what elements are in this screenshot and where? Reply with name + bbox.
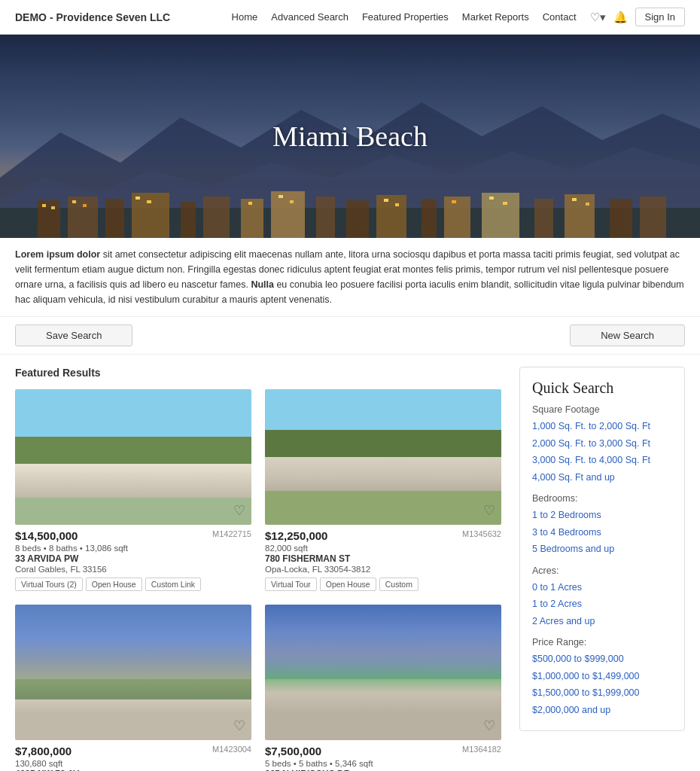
svg-rect-18 [565,194,595,238]
qs-link-price-4[interactable]: $2,000,000 and up [532,702,672,719]
svg-rect-33 [489,197,494,200]
qs-link-bed-3[interactable]: 5 Bedrooms and up [532,541,672,558]
listing-photo-3 [15,605,251,740]
svg-rect-13 [376,195,406,238]
listing-price: $7,500,000 [265,745,321,757]
svg-rect-25 [135,197,140,200]
listing-grid: ♡ $14,500,000 M1422715 8 beds • 8 baths … [15,389,501,771]
listing-address: 780 FISHERMAN ST [265,553,501,564]
favorites-icon[interactable]: ♡▾ [590,11,606,24]
listing-tag-custom-link[interactable]: Custom Link [145,577,201,591]
listing-favorite-4[interactable]: ♡ [483,718,495,734]
qs-link-sqft-2[interactable]: 2,000 Sq. Ft. to 3,000 Sq. Ft [532,435,672,453]
svg-rect-7 [181,202,196,238]
qs-label-bedrooms: Bedrooms: [532,493,672,504]
featured-results-title: Featured Results [15,367,501,379]
listing-address: 33 ARVIDA PW [15,553,251,564]
new-search-button[interactable]: New Search [570,325,685,346]
nav-advanced-search[interactable]: Advanced Search [271,11,348,23]
notifications-icon[interactable]: 🔔 [613,11,628,24]
svg-rect-12 [346,200,369,238]
nav-market-reports[interactable]: Market Reports [462,11,529,23]
qs-link-sqft-3[interactable]: 3,000 Sq. Ft. to 4,000 Sq. Ft [532,452,672,469]
listing-details: 5 beds • 5 baths • 5,346 sqft [265,759,501,768]
listing-price: $14,500,000 [15,529,78,542]
qs-link-price-1[interactable]: $500,000 to $999,000 [532,651,672,668]
listing-tags: Virtual Tours (2) Open House Custom Link [15,577,251,591]
qs-link-acres-2[interactable]: 1 to 2 Acres [532,596,672,613]
nav-home[interactable]: Home [232,11,258,23]
svg-rect-30 [384,199,388,202]
listing-tag-open-house[interactable]: Open House [86,577,142,591]
qs-link-sqft-4[interactable]: 4,000 Sq. Ft and up [532,469,672,486]
svg-rect-17 [534,199,553,238]
listing-image: ♡ [15,605,251,740]
description-bold2: Nulla [251,279,274,290]
sidebar: Quick Search Square Footage 1,000 Sq. Ft… [519,367,685,771]
nav-contact[interactable]: Contact [543,11,577,23]
svg-rect-31 [395,203,399,206]
listing-image: ♡ [265,605,501,740]
svg-rect-20 [640,197,666,238]
listing-info-row: $7,800,000 M1423004 [15,745,251,757]
listing-favorite-3[interactable]: ♡ [233,718,245,734]
listing-details: 82,000 sqft [265,544,501,553]
qs-link-acres-1[interactable]: 0 to 1 Acres [532,579,672,596]
listing-photo-4 [265,605,501,740]
listing-favorite-1[interactable]: ♡ [233,502,245,519]
listing-card: ♡ $7,800,000 M1423004 130,680 sqft 4225 … [15,605,251,771]
listing-tag-open-house[interactable]: Open House [320,577,376,591]
listing-photo-2 [265,389,501,525]
svg-rect-3 [38,200,60,238]
save-search-button[interactable]: Save Search [15,325,132,346]
qs-link-acres-3[interactable]: 2 Acres and up [532,613,672,630]
qs-link-price-3[interactable]: $1,500,000 to $1,999,000 [532,684,672,702]
nav-featured-properties[interactable]: Featured Properties [362,11,449,23]
navbar: DEMO - Providence Seven LLC Home Advance… [0,0,700,35]
listing-favorite-2[interactable]: ♡ [483,502,495,519]
listing-info-row: $14,500,000 M1422715 [15,529,251,542]
svg-rect-8 [203,197,230,238]
listing-info-row: $12,250,000 M1345632 [265,529,501,542]
qs-label-sqft: Square Footage [532,404,672,415]
qs-link-bed-1[interactable]: 1 to 2 Bedrooms [532,507,672,524]
qs-label-price: Price Range: [532,637,672,648]
listing-tag-virtual-tour[interactable]: Virtual Tour [265,577,317,591]
svg-rect-11 [316,197,335,238]
svg-rect-16 [482,193,519,238]
listings-section: Featured Results ♡ $14,500,000 M1422715 … [15,367,501,771]
qs-label-acres: Acres: [532,565,672,576]
listing-price: $7,800,000 [15,745,72,757]
qs-link-bed-2[interactable]: 3 to 4 Bedrooms [532,524,672,541]
svg-rect-29 [290,200,294,203]
svg-rect-27 [248,202,252,205]
listing-city: Opa-Locka, FL 33054-3812 [265,565,501,574]
listing-image: ♡ [15,389,251,525]
description-section: Lorem ipsum dolor sit amet consectetur a… [0,238,700,317]
listing-photo-1 [15,389,251,525]
qs-link-sqft-1[interactable]: 1,000 Sq. Ft. to 2,000 Sq. Ft [532,418,672,435]
svg-rect-36 [586,203,589,206]
svg-rect-26 [147,200,151,203]
hero-mountains-svg [0,87,700,238]
listing-tags: Virtual Tour Open House Custom [265,577,501,591]
listing-card: ♡ $7,500,000 M1364182 5 beds • 5 baths •… [265,605,501,771]
svg-rect-5 [105,199,124,238]
description-bold-start: Lorem ipsum dolor [15,249,100,260]
listing-mls: M1345632 [462,529,501,538]
svg-rect-14 [422,199,437,238]
listing-price: $12,250,000 [265,529,327,542]
svg-rect-32 [452,200,456,203]
svg-rect-19 [610,199,632,238]
listing-card: ♡ $14,500,000 M1422715 8 beds • 8 baths … [15,389,251,591]
qs-link-price-2[interactable]: $1,000,000 to $1,499,000 [532,668,672,685]
listing-details: 130,680 sqft [15,759,251,768]
listing-tag-custom[interactable]: Custom [379,577,418,591]
listing-mls: M1423004 [212,745,251,754]
listing-mls: M1422715 [212,529,251,538]
main-content: Featured Results ♡ $14,500,000 M1422715 … [0,355,700,771]
listing-image: ♡ [265,389,501,525]
svg-rect-21 [42,204,46,207]
signin-button[interactable]: Sign In [635,8,685,26]
listing-tag-virtual-tours[interactable]: Virtual Tours (2) [15,577,83,591]
